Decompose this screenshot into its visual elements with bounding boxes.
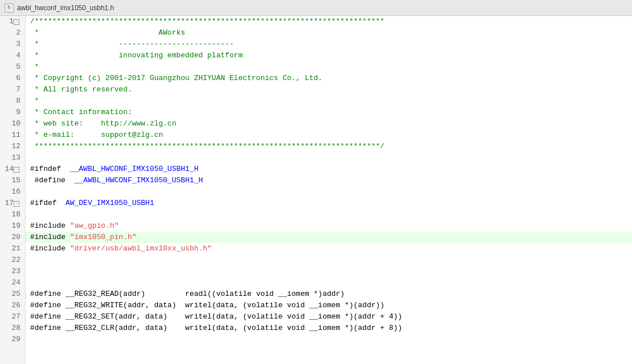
code-content: #define __REG32_SET(addr, data) writel(d… [26,311,402,323]
fold-icon[interactable]: - [14,167,19,173]
code-content: #include "driver/usb/awbl_imx10xx_usbh.h… [26,243,212,254]
line-number: 11 [0,129,25,141]
code-segment: #include [30,233,70,241]
code-content: * [26,61,39,73]
code-line [26,266,632,277]
line-number: 24 [0,277,25,288]
code-line: #define __REG32_WRITE(addr, data) writel… [26,300,632,311]
code-content: #ifndef __AWBL_HWCONF_IMX1050_USBH1_H [26,164,198,175]
line-numbers: 1-234567891011121314-151617-181920212223… [0,16,26,364]
code-segment: * [30,97,39,105]
code-segment: "aw_gpio.h" [70,221,119,230]
line-number: 4 [0,50,25,61]
code-line: #ifndef __AWBL_HWCONF_IMX1050_USBH1_H [26,164,632,175]
code-content: * AWorks [26,27,185,39]
code-segment: __REG32_CLR(addr, data) [65,324,167,332]
line-number: 10 [0,118,25,129]
code-line: #define __AWBL_HWCONF_IMX1050_USBH1_H [26,175,632,186]
code-segment: #ifdef [30,199,57,207]
code-line [26,186,632,198]
file-icon: h [5,3,14,12]
code-segment: * innovating embedded platform [30,51,242,60]
code-segment: * web site: http://www.zlg.cn [30,119,176,128]
code-content: #ifdef AW_DEV_IMX1050_USBH1 [26,198,154,209]
fold-icon[interactable]: - [14,201,19,207]
code-segment: * Copyright (c) 2001-2017 Guangzhou ZHIY… [30,74,323,82]
code-segment: /* [30,17,39,26]
code-content [26,152,30,164]
code-line: ****************************************… [26,141,632,152]
line-number: 25 [0,288,25,300]
code-segment: * AWorks [30,28,185,37]
line-number: 16 [0,186,25,198]
code-segment: ****************************************… [30,142,384,150]
line-number: 18 [0,209,25,220]
line-number: 17- [0,198,25,209]
line-number: 5 [0,61,25,73]
code-line: * Contact information: [26,107,632,118]
code-content [26,254,30,266]
code-content [26,186,30,198]
line-number: 8 [0,95,25,107]
code-content: * web site: http://www.zlg.cn [26,118,176,129]
code-line: * [26,95,632,107]
code-line [26,334,632,345]
line-number: 3 [0,39,25,50]
code-content: * innovating embedded platform [26,50,242,61]
code-content: * Contact information: [26,107,132,118]
code-segment: #include [30,244,70,253]
line-number: 28 [0,323,25,334]
code-content: * Copyright (c) 2001-2017 Guangzhou ZHIY… [26,73,323,84]
line-number: 21 [0,243,25,254]
code-line: * All rights reserved. [26,84,632,95]
code-segment: "imx1050_pin.h" [70,233,136,241]
code-segment: ****************************************… [39,17,385,26]
code-content: #define __REG32_WRITE(addr, data) writel… [26,300,384,311]
code-line: * [26,61,632,73]
code-line: * AWorks [26,27,632,39]
line-number: 23 [0,266,25,277]
line-number: 1- [0,16,25,27]
fold-icon[interactable]: - [14,19,19,25]
code-segment: * [30,62,39,71]
code-line: * innovating embedded platform [26,50,632,61]
line-number: 22 [0,254,25,266]
code-line: #define __REG32_SET(addr, data) writel(d… [26,311,632,323]
code-area[interactable]: /***************************************… [26,16,632,364]
line-number: 20 [0,232,25,243]
code-line [26,254,632,266]
code-content [26,277,30,288]
code-segment: __REG32_READ(addr) [65,290,145,298]
code-segment: #define [30,324,65,332]
code-segment: __REG32_SET(addr, data) [65,312,167,321]
line-number: 26 [0,300,25,311]
code-line: #define __REG32_READ(addr) readl((volati… [26,288,632,300]
line-number: 13 [0,152,25,164]
code-content: * e-mail: support@zlg.cn [26,129,163,141]
code-line: #define __REG32_CLR(addr, data) writel(d… [26,323,632,334]
code-content [26,266,30,277]
code-content [26,334,30,345]
code-content: * -------------------------- [26,39,234,50]
code-content: ****************************************… [26,141,384,152]
code-segment: #define [30,290,65,298]
code-line [26,277,632,288]
code-content [26,209,30,220]
code-content: * All rights reserved. [26,84,132,95]
code-content: #define __REG32_CLR(addr, data) writel(d… [26,323,402,334]
code-line [26,152,632,164]
code-segment: #define [30,301,65,309]
code-segment: writel(data, (volatile void __iomem *)(a… [168,312,402,321]
line-number: 7 [0,84,25,95]
code-segment: * All rights reserved. [30,85,132,94]
code-line: * Copyright (c) 2001-2017 Guangzhou ZHIY… [26,73,632,84]
line-number: 6 [0,73,25,84]
title-bar: h awbl_hwconf_imx1050_usbh1.h [0,0,632,16]
line-number: 9 [0,107,25,118]
line-number: 15 [0,175,25,186]
code-line [26,209,632,220]
line-number: 29 [0,334,25,345]
line-number: 14- [0,164,25,175]
code-line: #include "driver/usb/awbl_imx10xx_usbh.h… [26,243,632,254]
code-segment: __REG32_WRITE(addr, data) [65,301,176,309]
